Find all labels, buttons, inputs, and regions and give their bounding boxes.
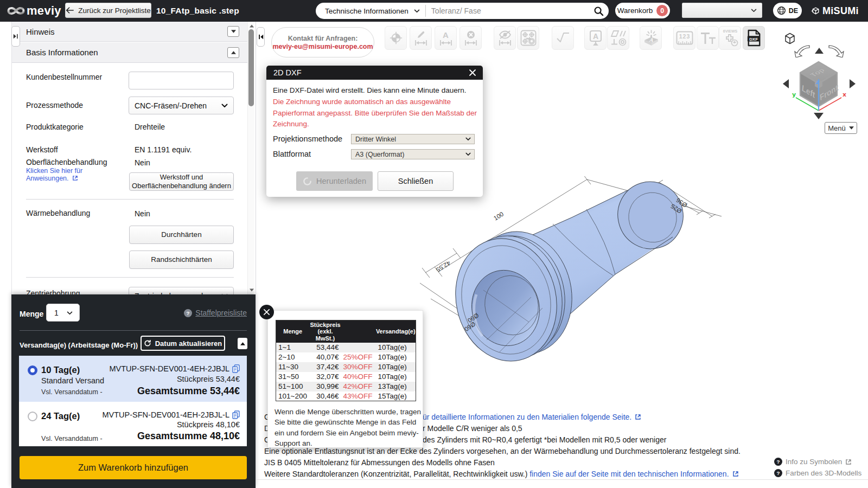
dimension-hide-button[interactable] bbox=[494, 26, 516, 50]
view-cube[interactable]: Top Left Front y x z bbox=[781, 59, 860, 121]
sheet-format-select[interactable]: A3 (Querformat) bbox=[351, 149, 475, 159]
collapse-section-button[interactable] bbox=[227, 47, 239, 58]
six-views-button[interactable] bbox=[719, 26, 741, 50]
main-collapse-handle[interactable] bbox=[257, 27, 265, 47]
tech-info-link[interactable]: finden Sie auf der Seite mit den technis… bbox=[529, 470, 739, 478]
rotate-right-arrow[interactable] bbox=[829, 46, 844, 57]
contact-card: Kontakt für Anfragen: meviy-eu@misumi-eu… bbox=[271, 27, 374, 57]
quantity-label: Menge bbox=[20, 310, 43, 318]
shipping-days-label: Versandtag(e) (Arbeitstage (Mo-Fr)) bbox=[20, 341, 138, 349]
copy-icon[interactable] bbox=[232, 364, 240, 373]
deburring-button[interactable] bbox=[640, 26, 662, 50]
radio-unselected[interactable] bbox=[28, 412, 37, 421]
contact-label: Kontakt für Anfragen: bbox=[288, 35, 358, 42]
datum-feature-button[interactable] bbox=[584, 26, 607, 50]
sidebar-collapse-handle[interactable] bbox=[11, 26, 20, 47]
refresh-icon bbox=[144, 339, 151, 347]
instructions-link[interactable]: Klicken Sie hier für Anweisungen. bbox=[26, 167, 82, 182]
section-header-basis-informationen[interactable]: Basis Informationen bbox=[12, 42, 248, 63]
price-row: 2~1040,07€25%OFF10Tag(e) bbox=[276, 352, 416, 362]
part-number: MVTUP-SFN-DEV001-4EH-2JBJL-L bbox=[103, 410, 240, 419]
dialog-title-bar: 2D DXF bbox=[266, 66, 483, 80]
section-header-hinweis[interactable]: Hinweis bbox=[12, 22, 248, 42]
radio-selected[interactable] bbox=[28, 365, 37, 375]
search-button[interactable] bbox=[588, 3, 609, 19]
sidebar-scrollbar-thumb[interactable] bbox=[248, 29, 254, 106]
external-link-icon bbox=[845, 459, 852, 465]
dimension-text-button[interactable]: A bbox=[435, 26, 457, 50]
order-number-input[interactable] bbox=[129, 72, 234, 89]
brand-name: meviy bbox=[27, 4, 61, 18]
spinner-icon bbox=[303, 177, 312, 186]
popover-close-button[interactable] bbox=[259, 305, 274, 319]
price-row: 11~3037,42€30%OFF10Tag(e) bbox=[276, 362, 416, 372]
language-button[interactable]: DE bbox=[773, 3, 802, 18]
cart-button[interactable]: Warenkorb 0 bbox=[615, 3, 670, 18]
projection-select[interactable]: Dritter Winkel bbox=[351, 134, 475, 144]
expand-section-button[interactable] bbox=[227, 26, 239, 37]
question-icon bbox=[774, 458, 782, 466]
symbol-info-link[interactable]: Info zu Symbolen bbox=[774, 458, 852, 466]
3d-model-view[interactable]: 100 42,55 Ø90 Ø60 Ø36 Ø25 bbox=[418, 176, 727, 399]
quantity-select[interactable]: 1 bbox=[46, 304, 80, 322]
add-to-cart-button[interactable]: Zum Warenkorb hinzufügen bbox=[20, 456, 247, 479]
dialog-warning-line2: Papierformat angepasst. Bitte überprüfen… bbox=[273, 109, 477, 117]
note-line-6: Weitere Standardtoleranzen (Konzentrizit… bbox=[264, 470, 739, 478]
rotate-left-button[interactable] bbox=[783, 79, 789, 88]
dialog-title: 2D DXF bbox=[273, 68, 302, 77]
shipping-option-standard[interactable]: 10 Tag(e) Standard Versand Vsl. Versandd… bbox=[19, 356, 247, 402]
deburring-icon bbox=[642, 29, 660, 47]
chevron-down-icon bbox=[414, 9, 420, 13]
field-label-surface: Oberflächenbehandlung bbox=[26, 158, 107, 166]
surface-finish-button[interactable] bbox=[552, 26, 574, 50]
price-row: 31~5032,07€40%OFF10Tag(e) bbox=[276, 372, 416, 382]
scroll-up-icon[interactable] bbox=[250, 24, 254, 28]
wireframe-cube-icon[interactable] bbox=[784, 33, 795, 44]
sheet-format-label: Blattformat bbox=[273, 150, 311, 158]
position-tolerance-button[interactable] bbox=[517, 26, 539, 50]
meviy-logo-icon bbox=[7, 5, 25, 17]
datum-target-button[interactable] bbox=[385, 26, 407, 50]
triangle-up-icon bbox=[231, 51, 236, 54]
viewer-menu-button[interactable]: Menü bbox=[825, 122, 857, 134]
copy-icon[interactable] bbox=[232, 410, 240, 419]
pan-down-button[interactable] bbox=[814, 113, 824, 119]
change-material-button[interactable]: Werkstoff und Oberflächenbehandlung ände… bbox=[129, 172, 234, 191]
contact-email[interactable]: meviy-eu@misumi-europe.com bbox=[272, 43, 373, 50]
divider bbox=[26, 277, 234, 278]
dialog-close-icon[interactable] bbox=[467, 67, 478, 78]
panel-collapse-button[interactable] bbox=[238, 338, 247, 349]
dim-length: 100 bbox=[493, 210, 505, 221]
field-label-order-number: Kundenbestellnummer bbox=[26, 73, 102, 81]
project-select-dropdown[interactable] bbox=[682, 3, 762, 18]
text-size-button[interactable] bbox=[697, 26, 719, 50]
tier-price-link[interactable]: Staffelpreisliste bbox=[184, 309, 247, 317]
dxf-2d-button[interactable] bbox=[743, 26, 765, 50]
search-input[interactable] bbox=[426, 7, 588, 15]
model-colors-link[interactable]: Farben des 3D-Modells bbox=[774, 469, 861, 477]
case-hardening-button[interactable]: Randschichthärten bbox=[129, 251, 234, 269]
question-icon bbox=[184, 309, 192, 317]
dialog-message: Eine DXF-Datei wird erstellt. Dies kann … bbox=[273, 86, 466, 94]
geometric-tolerance-button[interactable] bbox=[607, 26, 629, 50]
field-label-material: Werkstoff bbox=[26, 145, 58, 154]
dimension-edit-button[interactable] bbox=[410, 26, 432, 50]
back-to-projects-button[interactable]: Zurück zur Projektliste bbox=[65, 3, 151, 18]
through-hardening-button[interactable]: Durchhärten bbox=[129, 226, 234, 244]
rotate-left-arrow[interactable] bbox=[795, 46, 809, 57]
dimension-arrow-icon bbox=[439, 40, 452, 46]
tier-price-table: Menge Stückpreis (exkl. MwSt.) Versandta… bbox=[276, 320, 416, 401]
scroll-down-icon[interactable] bbox=[250, 288, 254, 292]
download-button[interactable]: Herunterladen bbox=[296, 171, 373, 191]
pan-up-arrow[interactable] bbox=[815, 48, 824, 54]
viewport-bottom-divider bbox=[256, 479, 868, 480]
search-category-dropdown[interactable]: Technische Informationen bbox=[316, 7, 425, 15]
material-info-link[interactable]: ür detaillierte Informationen zu den Mat… bbox=[423, 413, 641, 421]
process-method-select[interactable]: CNC-Fräsen/-Drehen bbox=[129, 97, 234, 114]
scale-123-button[interactable] bbox=[673, 26, 695, 50]
rotate-right-button[interactable] bbox=[850, 79, 856, 88]
refresh-date-button[interactable]: Datum aktualisieren bbox=[141, 336, 225, 351]
dimension-delete-button[interactable] bbox=[459, 26, 482, 50]
shipping-option-economy[interactable]: 24 Tag(e) Vsl. Versanddatum - MVTUP-SFN-… bbox=[19, 402, 247, 446]
dialog-warning-line1: Die Zeichnung wurde automatisch an das a… bbox=[273, 98, 451, 106]
